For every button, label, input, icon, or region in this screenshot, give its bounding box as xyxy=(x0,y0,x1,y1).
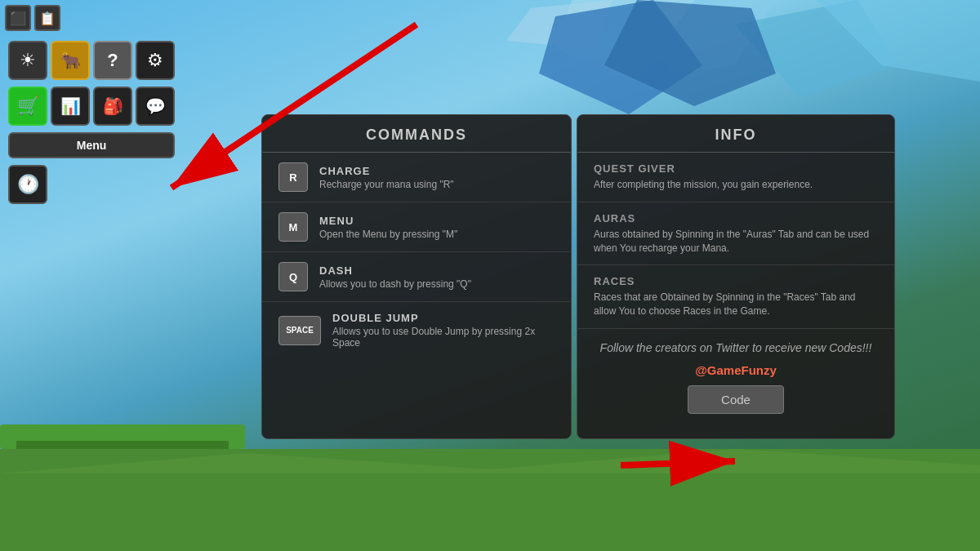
charge-desc: Recharge your mana using "R" xyxy=(319,179,454,190)
races-title: RACES xyxy=(594,275,878,287)
bag-icon-btn[interactable]: 🎒 xyxy=(93,87,132,126)
races-section: RACES Races that are Obtained by Spinnin… xyxy=(577,265,894,329)
command-dash: Q DASH Allows you to dash by pressing "Q… xyxy=(262,252,571,302)
menu-desc: Open the Menu by pressing "M" xyxy=(319,229,457,240)
auras-section: AURAS Auras obtained by Spinning in the … xyxy=(577,202,894,266)
panels-container: COMMANDS R CHARGE Recharge your mana usi… xyxy=(261,114,895,439)
sun-icon-btn[interactable]: ☀ xyxy=(8,41,47,80)
info-header: INFO xyxy=(577,115,894,153)
auras-desc: Auras obtained by Spinning in the "Auras… xyxy=(594,228,878,256)
command-charge: R CHARGE Recharge your mana using "R" xyxy=(262,153,571,202)
xp-bar-container: XP 0/90 xyxy=(65,530,272,544)
command-menu-text: MENU Open the Menu by pressing "M" xyxy=(319,215,457,240)
xp-bar xyxy=(84,530,247,544)
top-icon-2[interactable]: 📋 xyxy=(34,5,60,31)
quest-giver-title: QUEST GIVER xyxy=(594,162,878,175)
dash-desc: Allows you to dash by pressing "Q" xyxy=(319,278,471,290)
twitter-section: Follow the creators on Twitter to receiv… xyxy=(577,329,894,422)
bull-icon-btn[interactable]: 🐂 xyxy=(51,41,90,80)
quest-giver-section: QUEST GIVER After completing the mission… xyxy=(577,153,894,202)
chart-icon-btn[interactable]: 📊 xyxy=(51,87,90,126)
chat-icon-btn[interactable]: 💬 xyxy=(136,87,175,126)
dash-title: DASH xyxy=(319,264,471,277)
sidebar: ☀ 🐂 ? ⚙ 🛒 📊 🎒 💬 Menu 🕐 xyxy=(8,41,175,204)
clock-icon-btn[interactable]: 🕐 xyxy=(8,165,47,204)
twitter-handle: @GameFunzy xyxy=(594,363,878,377)
menu-label[interactable]: Menu xyxy=(8,132,175,158)
xp-label: XP xyxy=(65,531,79,544)
code-button[interactable]: Code xyxy=(688,385,784,414)
command-charge-text: CHARGE Recharge your mana using "R" xyxy=(319,165,454,190)
charge-title: CHARGE xyxy=(319,165,454,177)
sidebar-row-2: 🛒 📊 🎒 💬 xyxy=(8,87,175,126)
sidebar-row-1: ☀ 🐂 ? ⚙ xyxy=(8,41,175,80)
hud-bottom: ¥0 Lv. 1 xyxy=(8,514,33,544)
command-menu: M MENU Open the Menu by pressing "M" xyxy=(262,202,571,252)
info-panel: INFO QUEST GIVER After completing the mi… xyxy=(577,114,895,439)
settings-icon-btn[interactable]: ⚙ xyxy=(136,41,175,80)
double-jump-desc: Allows you to use Double Jump by pressin… xyxy=(332,326,555,349)
quest-giver-desc: After completing the mission, you gain e… xyxy=(594,178,878,192)
key-space: SPACE xyxy=(278,316,321,345)
key-r: R xyxy=(278,162,308,192)
top-left-icons: ⬛ 📋 xyxy=(5,5,60,31)
key-q: Q xyxy=(278,262,308,291)
menu-title: MENU xyxy=(319,215,457,227)
top-icon-1[interactable]: ⬛ xyxy=(5,5,31,31)
twitter-text: Follow the creators on Twitter to receiv… xyxy=(594,340,878,357)
command-dash-text: DASH Allows you to dash by pressing "Q" xyxy=(319,264,471,290)
double-jump-title: DOUBLE JUMP xyxy=(332,312,555,324)
commands-header: COMMANDS xyxy=(262,115,571,153)
command-double-jump: SPACE DOUBLE JUMP Allows you to use Doub… xyxy=(262,302,571,358)
xp-value: 0/90 xyxy=(252,531,271,543)
key-m: M xyxy=(278,212,308,242)
hud-level: Lv. 1 xyxy=(8,531,33,544)
sidebar-row-3: 🕐 xyxy=(8,165,175,204)
races-desc: Races that are Obtained by Spinning in t… xyxy=(594,291,878,318)
auras-title: AURAS xyxy=(594,212,878,224)
command-double-jump-text: DOUBLE JUMP Allows you to use Double Jum… xyxy=(332,312,555,349)
help-icon-btn[interactable]: ? xyxy=(93,41,132,80)
commands-panel: COMMANDS R CHARGE Recharge your mana usi… xyxy=(261,114,572,439)
cart-btn[interactable]: 🛒 xyxy=(8,87,47,126)
hud-yen: ¥0 xyxy=(8,514,33,531)
